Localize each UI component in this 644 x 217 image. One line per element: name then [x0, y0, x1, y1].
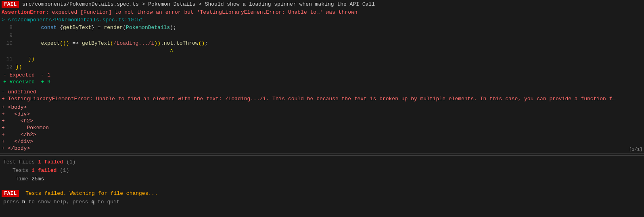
stat-tests-count: (1) [56, 167, 69, 174]
code-line-caret: ^ [2, 48, 642, 56]
line-num-11: 11 [2, 55, 16, 63]
terminal: FAIL src/components/PokemonDetails.spec.… [0, 0, 644, 217]
stat-tests-label: Tests [3, 167, 31, 175]
fail-badge-top: FAIL [2, 1, 19, 8]
diff-plus-body-open: + <body> [0, 104, 644, 111]
stats-rows: Test Files 1 failed (1) Tests 1 failed (… [3, 157, 641, 184]
code-content-12: }) [16, 63, 22, 71]
code-line-11: 11 }) [2, 55, 642, 63]
diff-plus-body-close: + </body> [0, 145, 644, 152]
diff-plus-h2-close: + </h2> [0, 131, 644, 138]
code-content-9 [16, 32, 19, 40]
diff-received-line: + Received + 9 [2, 79, 642, 85]
code-line-10: 10 expect(() => getByText(/Loading.../i)… [2, 39, 642, 48]
line-num-8: 8 [2, 24, 16, 32]
diff-plus-h2-open: + <h2> [0, 118, 644, 124]
stat-time-label: Time [3, 175, 31, 184]
line-num-9: 9 [2, 32, 16, 40]
scroll-indicator: [1/1] [629, 147, 642, 152]
stat-files-failed: 1 failed [38, 159, 63, 165]
code-content-10: expect(() => getByText(/Loading.../i)).n… [16, 39, 208, 48]
assertion-keyword: AssertionError [2, 9, 46, 15]
divider [0, 153, 644, 154]
stat-tests: Tests 1 failed (1) [3, 167, 641, 175]
fail-title: src/components/PokemonDetails.spec.ts > … [22, 1, 375, 7]
bottom-bar: Test Files 1 failed (1) Tests 1 failed (… [0, 155, 644, 186]
fail-header: FAIL src/components/PokemonDetails.spec.… [0, 0, 644, 8]
diff-plus-div-close: + </div> [0, 138, 644, 145]
spacer3 [0, 186, 644, 188]
assertion-text: : expected [Function] to not throw an er… [46, 9, 357, 15]
stat-files-count: (1) [63, 159, 75, 165]
fail-footer: FAIL Tests failed. Watching for file cha… [0, 189, 644, 198]
diff-expected-line: - Expected - 1 [2, 72, 642, 79]
fail-footer-text: Tests failed. Watching for file changes.… [25, 190, 158, 196]
line-num-10: 10 [2, 39, 16, 48]
stat-test-files: Test Files 1 failed (1) [3, 158, 641, 167]
code-content-8: const {getByText} = render(PokemonDetail… [16, 24, 176, 32]
code-content-11: }) [16, 55, 35, 63]
footer-help-end: to quit [94, 199, 119, 205]
stat-tests-failed: 1 failed [31, 167, 56, 174]
footer-help-press: press [3, 199, 22, 205]
stat-time-value: 25ms [31, 175, 44, 184]
footer-key-h: h [22, 199, 25, 205]
stat-time: Time 25ms [3, 175, 641, 184]
caret-indicator: ^ [16, 48, 173, 56]
stat-files-value: 1 failed (1) [38, 158, 76, 167]
file-path: > src/components/PokemonDetails.spec.ts:… [0, 16, 644, 24]
footer-help: press h to show help, press q to quit [0, 198, 644, 206]
stat-files-label: Test Files [3, 158, 38, 167]
code-line-12: 12 }) [2, 63, 642, 71]
line-num-12: 12 [2, 63, 16, 71]
code-line-9: 9 [2, 32, 642, 40]
code-line-8: 8 const {getByText} = render(PokemonDeta… [2, 24, 642, 32]
fail-badge-footer: FAIL [2, 190, 19, 197]
footer-help-mid: to show help, press [25, 199, 92, 205]
code-block: 8 const {getByText} = render(PokemonDeta… [0, 24, 644, 71]
diff-plus-pokemon: + Pokemon [0, 124, 644, 131]
assertion-error: AssertionError: expected [Function] to n… [0, 8, 644, 16]
diff-section: - Expected - 1 + Received + 9 [0, 71, 644, 86]
diff-plus-error: + TestingLibraryElementError: Unable to … [0, 95, 644, 102]
diff-plus-div-open: + <div> [0, 111, 644, 118]
diff-minus-undefined: - undefined [0, 89, 644, 95]
stat-tests-value: 1 failed (1) [31, 167, 69, 175]
